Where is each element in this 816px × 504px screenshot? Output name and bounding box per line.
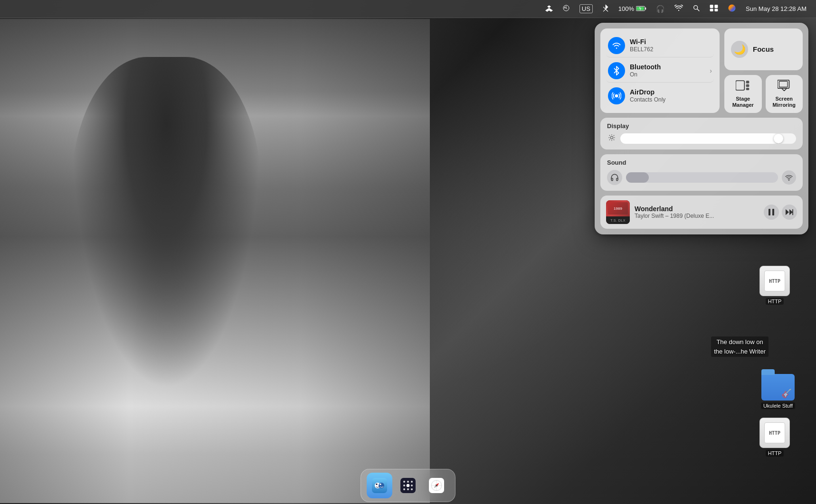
cc-airdrop-status: Contacts Only xyxy=(630,96,712,103)
svg-point-48 xyxy=(407,484,410,487)
svg-line-29 xyxy=(614,140,614,140)
headphones-menubar-item[interactable]: 🎧 xyxy=(652,3,669,15)
keyboard-layout-badge: US xyxy=(579,4,593,13)
cc-track-info: Wonderland Taylor Swift – 1989 (Deluxe E… xyxy=(635,205,759,219)
dock-launchpad[interactable] xyxy=(395,473,421,498)
battery-icon xyxy=(636,5,646,13)
cc-bluetooth-item[interactable]: Bluetooth On › xyxy=(606,59,714,83)
svg-rect-13 xyxy=(710,9,713,11)
svg-marker-35 xyxy=(786,209,789,215)
menubar: US 100% 🎧 xyxy=(0,0,816,18)
folder-tab xyxy=(761,369,775,375)
svg-point-45 xyxy=(407,481,409,483)
svg-line-10 xyxy=(697,9,699,11)
svg-rect-14 xyxy=(714,9,718,11)
spotlight-menubar-item[interactable] xyxy=(689,2,704,15)
cc-album-art: 1989 T.S. DLX xyxy=(606,200,630,224)
cc-airdrop-label: AirDrop xyxy=(630,88,712,96)
cc-airdrop-item[interactable]: AirDrop Contacts Only xyxy=(606,84,714,107)
bluetooth-menubar-item[interactable] xyxy=(598,2,613,15)
wifi-menubar-icon xyxy=(674,5,683,13)
svg-point-15 xyxy=(729,5,736,12)
svg-point-46 xyxy=(411,481,413,483)
cc-pause-button[interactable] xyxy=(764,205,779,220)
http-file-label-1: HTTP xyxy=(766,298,784,305)
cc-brightness-icon xyxy=(607,134,617,143)
ukulele-folder-label: Ukulele Stuff xyxy=(761,402,795,409)
bluetooth-icon xyxy=(602,4,609,13)
text-doc-item[interactable]: The down low on the low-...he Writer xyxy=(711,336,769,357)
battery-menubar-item[interactable]: 100% xyxy=(615,3,650,15)
cc-wifi-item[interactable]: Wi-Fi BELL762 xyxy=(606,34,714,57)
wifi-menubar-item[interactable] xyxy=(671,3,687,15)
cc-airplay-audio-icon[interactable] xyxy=(782,170,796,185)
cc-album-art-image: 1989 xyxy=(606,200,630,216)
http-file-icon-1: HTTP xyxy=(759,266,790,296)
cc-top-row: Wi-Fi BELL762 Bluetooth On › xyxy=(600,28,803,113)
svg-point-49 xyxy=(411,485,413,486)
cc-airdrop-icon-circle xyxy=(608,87,625,104)
cc-stage-manager-tile[interactable]: Stage Manager xyxy=(724,75,762,113)
siri-menubar-item[interactable] xyxy=(724,2,740,16)
svg-rect-11 xyxy=(710,5,713,8)
spotlight-icon xyxy=(693,4,700,13)
svg-point-42 xyxy=(380,484,381,485)
cc-bluetooth-status: On xyxy=(630,71,705,78)
desktop-http-item-1[interactable]: HTTP HTTP xyxy=(759,266,790,305)
cc-wifi-network: BELL762 xyxy=(630,46,712,53)
control-center-menubar-item[interactable] xyxy=(706,3,722,15)
ukulele-folder-icon: 🎸 xyxy=(759,367,797,401)
cc-skip-forward-button[interactable] xyxy=(782,205,797,220)
time-machine-menubar-item[interactable] xyxy=(559,2,574,15)
cc-bluetooth-label: Bluetooth xyxy=(630,63,705,71)
siri-icon xyxy=(728,4,736,14)
cc-network-tile[interactable]: Wi-Fi BELL762 Bluetooth On › xyxy=(600,28,720,113)
svg-point-51 xyxy=(407,488,409,490)
dock xyxy=(361,469,455,502)
dock-finder[interactable] xyxy=(367,473,392,498)
cc-now-playing[interactable]: 1989 T.S. DLX Wonderland Taylor Swift – … xyxy=(600,196,803,229)
cc-focus-icon: 🌙 xyxy=(731,41,748,58)
svg-point-44 xyxy=(403,481,405,483)
svg-point-16 xyxy=(616,95,618,97)
dock-safari[interactable] xyxy=(424,473,449,498)
svg-line-28 xyxy=(609,135,610,136)
cc-track-artist-album: Taylor Swift – 1989 (Deluxe E... xyxy=(635,213,759,219)
cc-wifi-text: Wi-Fi BELL762 xyxy=(630,38,712,53)
ukulele-folder-item[interactable]: 🎸 Ukulele Stuff xyxy=(759,367,797,409)
svg-line-30 xyxy=(609,140,610,140)
cc-sound-section: Sound xyxy=(600,154,803,191)
cc-brightness-thumb xyxy=(774,134,783,143)
cc-brightness-slider[interactable] xyxy=(620,133,796,144)
folder-icon-emoji: 🎸 xyxy=(781,388,792,399)
desktop-http-item-2[interactable]: HTTP HTTP xyxy=(759,418,790,457)
menubar-right-items: US 100% 🎧 xyxy=(541,2,810,16)
cc-screen-mirroring-icon xyxy=(778,80,791,94)
svg-rect-18 xyxy=(746,81,750,84)
svg-point-32 xyxy=(788,180,789,180)
cc-stage-manager-icon xyxy=(736,80,750,94)
cc-volume-slider[interactable] xyxy=(626,172,778,183)
menubar-datetime: Sun May 28 12:28 AM xyxy=(742,3,810,14)
cc-stage-manager-label: Stage Manager xyxy=(732,96,754,108)
dropbox-icon xyxy=(545,4,553,13)
keyboard-layout-menubar-item[interactable]: US xyxy=(576,2,597,15)
svg-rect-4 xyxy=(645,8,646,10)
svg-line-31 xyxy=(614,135,614,136)
cc-album-label-text: T.S. DLX xyxy=(610,219,626,222)
cc-wifi-icon-circle xyxy=(608,37,625,54)
cc-display-title: Display xyxy=(607,122,796,130)
svg-point-41 xyxy=(376,484,377,485)
cc-album-label-bar: T.S. DLX xyxy=(606,216,630,224)
cc-focus-tile[interactable]: 🌙 Focus xyxy=(724,28,803,70)
desktop-photo xyxy=(0,19,430,503)
folder-body: 🎸 xyxy=(761,374,795,401)
dropbox-menubar-item[interactable] xyxy=(541,2,557,15)
cc-screen-mirroring-tile[interactable]: Screen Mirroring xyxy=(766,75,803,113)
cc-headphone-icon xyxy=(607,170,622,185)
svg-rect-34 xyxy=(772,209,774,215)
cc-sound-title: Sound xyxy=(607,159,796,166)
svg-point-60 xyxy=(436,485,437,486)
cc-volume-row xyxy=(607,170,796,185)
control-center-icon xyxy=(710,5,718,13)
